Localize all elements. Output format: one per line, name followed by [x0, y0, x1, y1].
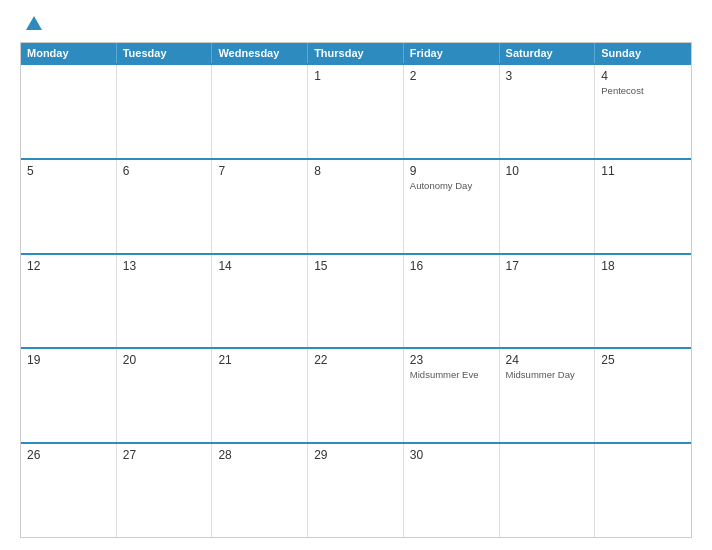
calendar-cell: 24Midsummer Day	[500, 349, 596, 442]
event-label: Autonomy Day	[410, 180, 493, 191]
calendar-cell: 17	[500, 255, 596, 348]
cal-header-cell: Wednesday	[212, 43, 308, 63]
calendar-week: 56789Autonomy Day1011	[21, 158, 691, 253]
calendar-cell: 18	[595, 255, 691, 348]
day-number: 5	[27, 164, 110, 178]
cal-header-cell: Monday	[21, 43, 117, 63]
day-number: 19	[27, 353, 110, 367]
calendar-cell: 10	[500, 160, 596, 253]
day-number: 6	[123, 164, 206, 178]
calendar-cell: 8	[308, 160, 404, 253]
calendar-cell: 2	[404, 65, 500, 158]
cal-header-cell: Sunday	[595, 43, 691, 63]
calendar-cell	[595, 444, 691, 537]
logo-triangle-icon	[26, 16, 42, 30]
calendar-cell: 29	[308, 444, 404, 537]
calendar-cell	[21, 65, 117, 158]
calendar-cell: 26	[21, 444, 117, 537]
calendar-cell: 27	[117, 444, 213, 537]
day-number: 30	[410, 448, 493, 462]
calendar-cell: 6	[117, 160, 213, 253]
day-number: 28	[218, 448, 301, 462]
day-number: 22	[314, 353, 397, 367]
calendar-cell: 25	[595, 349, 691, 442]
calendar-cell: 28	[212, 444, 308, 537]
cal-header-cell: Thursday	[308, 43, 404, 63]
day-number: 27	[123, 448, 206, 462]
day-number: 23	[410, 353, 493, 367]
day-number: 29	[314, 448, 397, 462]
day-number: 12	[27, 259, 110, 273]
day-number: 20	[123, 353, 206, 367]
calendar-cell	[500, 444, 596, 537]
day-number: 2	[410, 69, 493, 83]
day-number: 8	[314, 164, 397, 178]
event-label: Midsummer Eve	[410, 369, 493, 380]
calendar-cell: 4Pentecost	[595, 65, 691, 158]
day-number: 16	[410, 259, 493, 273]
day-number: 9	[410, 164, 493, 178]
calendar: MondayTuesdayWednesdayThursdayFridaySatu…	[20, 42, 692, 538]
calendar-cell: 19	[21, 349, 117, 442]
calendar-cell: 16	[404, 255, 500, 348]
logo	[20, 16, 46, 32]
calendar-cell: 9Autonomy Day	[404, 160, 500, 253]
calendar-cell: 12	[21, 255, 117, 348]
day-number: 7	[218, 164, 301, 178]
calendar-cell: 22	[308, 349, 404, 442]
day-number: 21	[218, 353, 301, 367]
calendar-week: 12131415161718	[21, 253, 691, 348]
day-number: 3	[506, 69, 589, 83]
calendar-cell	[117, 65, 213, 158]
day-number: 17	[506, 259, 589, 273]
calendar-cell	[212, 65, 308, 158]
day-number: 14	[218, 259, 301, 273]
calendar-week: 2627282930	[21, 442, 691, 537]
calendar-cell: 30	[404, 444, 500, 537]
day-number: 25	[601, 353, 685, 367]
cal-header-cell: Tuesday	[117, 43, 213, 63]
calendar-week: 1920212223Midsummer Eve24Midsummer Day25	[21, 347, 691, 442]
day-number: 24	[506, 353, 589, 367]
calendar-cell: 20	[117, 349, 213, 442]
cal-header-cell: Saturday	[500, 43, 596, 63]
day-number: 13	[123, 259, 206, 273]
calendar-cell: 7	[212, 160, 308, 253]
calendar-cell: 5	[21, 160, 117, 253]
calendar-cell: 3	[500, 65, 596, 158]
calendar-cell: 14	[212, 255, 308, 348]
calendar-cell: 23Midsummer Eve	[404, 349, 500, 442]
day-number: 10	[506, 164, 589, 178]
day-number: 26	[27, 448, 110, 462]
calendar-cell: 21	[212, 349, 308, 442]
event-label: Midsummer Day	[506, 369, 589, 380]
day-number: 1	[314, 69, 397, 83]
day-number: 18	[601, 259, 685, 273]
calendar-week: 1234Pentecost	[21, 63, 691, 158]
day-number: 11	[601, 164, 685, 178]
calendar-cell: 1	[308, 65, 404, 158]
calendar-cell: 13	[117, 255, 213, 348]
calendar-header: MondayTuesdayWednesdayThursdayFridaySatu…	[21, 43, 691, 63]
calendar-cell: 11	[595, 160, 691, 253]
cal-header-cell: Friday	[404, 43, 500, 63]
day-number: 4	[601, 69, 685, 83]
calendar-cell: 15	[308, 255, 404, 348]
calendar-body: 1234Pentecost56789Autonomy Day1011121314…	[21, 63, 691, 537]
event-label: Pentecost	[601, 85, 685, 96]
day-number: 15	[314, 259, 397, 273]
